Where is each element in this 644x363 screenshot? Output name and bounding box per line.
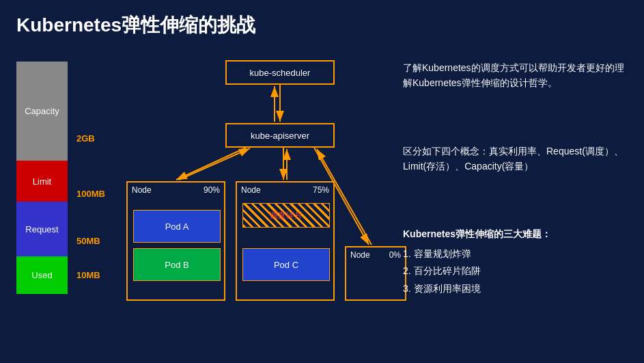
label-2gb: 2GB	[76, 133, 95, 144]
pod-a: Pod A	[133, 210, 221, 243]
node2-label: Node	[241, 185, 261, 195]
node1-box: Node 90% Pod A Pod B	[126, 181, 225, 301]
scheduling-fragment: 调度碎片	[242, 203, 330, 228]
node3-box: Node 0%	[345, 246, 406, 301]
resource-bar: Capacity Limit Request Used	[16, 62, 68, 294]
bar-used: Used	[16, 256, 68, 294]
challenges-title: Kubernetes弹性伸缩的三大难题：	[403, 226, 628, 243]
node1-pct: 90%	[204, 185, 220, 195]
node1-label: Node	[132, 185, 152, 195]
challenge-3: 3. 资源利用率困境	[403, 280, 628, 297]
label-100mb: 100MB	[76, 189, 105, 199]
svg-line-5	[179, 148, 250, 180]
challenges-section: Kubernetes弹性伸缩的三大难题： 1. 容量规划炸弹 2. 百分比碎片陷…	[403, 226, 628, 297]
bar-limit: Limit	[16, 161, 68, 202]
label-50mb: 50MB	[76, 236, 100, 246]
bar-request: Request	[16, 202, 68, 256]
node3-label: Node	[350, 250, 370, 260]
pod-b: Pod B	[133, 248, 221, 281]
node2-box: Node 75% 调度碎片 Pod C	[236, 181, 335, 301]
kube-apiserver-box: kube-apiserver	[225, 123, 335, 148]
bar-capacity: Capacity	[16, 62, 68, 161]
label-10mb: 10MB	[76, 270, 100, 280]
pod-c: Pod C	[242, 248, 330, 281]
challenge-1: 1. 容量规划炸弹	[403, 245, 628, 263]
page-title: Kubernetes弹性伸缩的挑战	[16, 12, 255, 38]
kube-scheduler-box: kube-scheduler	[225, 60, 335, 85]
description2: 区分如下四个概念：真实利用率、Request(调度）、Limit(存活）、Cap…	[403, 144, 628, 174]
node2-pct: 75%	[313, 185, 329, 195]
svg-line-4	[176, 148, 246, 180]
description1: 了解Kubernetes的调度方式可以帮助开发者更好的理解Kubernetes弹…	[403, 60, 628, 91]
node3-pct: 0%	[389, 250, 401, 260]
challenge-2: 2. 百分比碎片陷阱	[403, 263, 628, 280]
